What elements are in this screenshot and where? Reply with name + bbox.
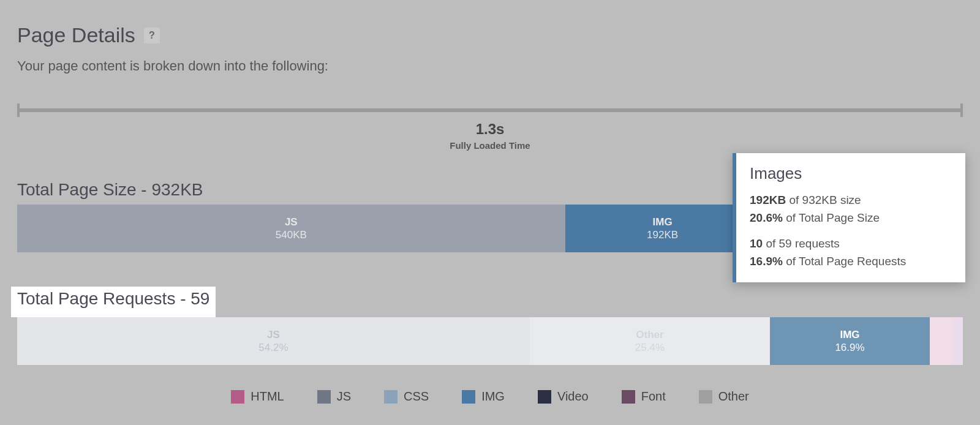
legend-swatch [622, 390, 635, 404]
load-time-label: Fully Loaded Time [17, 140, 963, 151]
legend-item-js[interactable]: JS [317, 389, 351, 404]
legend: HTMLJSCSSIMGVideoFontOther [17, 389, 963, 404]
legend-label: Font [641, 389, 666, 404]
load-time-value: 1.3s [17, 121, 963, 138]
legend-label: CSS [404, 389, 429, 404]
legend-label: Other [718, 389, 749, 404]
legend-swatch [462, 390, 475, 404]
bar-segment-js[interactable]: JS54.2% [17, 317, 530, 365]
page-requests-bar[interactable]: JS54.2%Other25.4%IMG16.9% [17, 317, 963, 365]
tooltip-size-pct-line: 20.6% of Total Page Size [750, 209, 952, 227]
tooltip-title: Images [750, 164, 952, 183]
page-subtitle: Your page content is broken down into th… [17, 58, 963, 74]
legend-swatch [538, 390, 551, 404]
tooltip-req-pct-line: 16.9% of Total Page Requests [750, 253, 952, 271]
bar-segment-other[interactable]: Other25.4% [530, 317, 770, 365]
tooltip-req-line: 10 of 59 requests [750, 235, 952, 253]
help-icon[interactable]: ? [144, 28, 160, 43]
legend-swatch [317, 390, 331, 404]
legend-label: IMG [481, 389, 505, 404]
legend-swatch [699, 390, 712, 404]
legend-item-img[interactable]: IMG [462, 389, 505, 404]
legend-item-font[interactable]: Font [622, 389, 666, 404]
bar-segment-css[interactable] [954, 317, 963, 365]
timeline-end-tick [960, 103, 963, 117]
legend-label: Video [557, 389, 589, 404]
bar-segment-html[interactable] [930, 317, 954, 365]
bar-segment-js[interactable]: JS540KB [17, 205, 565, 252]
total-page-requests-heading: Total Page Requests - 59 [17, 289, 209, 309]
bar-segment-img[interactable]: IMG192KB [565, 205, 760, 252]
bar-segment-img[interactable]: IMG16.9% [770, 317, 930, 365]
load-timeline [17, 103, 963, 116]
page-title: Page Details [17, 23, 135, 47]
timeline-bar [17, 108, 963, 112]
legend-item-css[interactable]: CSS [384, 389, 429, 404]
legend-item-html[interactable]: HTML [231, 389, 284, 404]
legend-swatch [384, 390, 398, 404]
legend-label: JS [337, 389, 351, 404]
tooltip-size-line: 192KB of 932KB size [750, 192, 952, 209]
total-page-size-heading: Total Page Size - 932KB [17, 180, 203, 200]
legend-label: HTML [251, 389, 284, 404]
tooltip-images: Images 192KB of 932KB size 20.6% of Tota… [733, 153, 965, 282]
legend-item-other[interactable]: Other [699, 389, 749, 404]
legend-swatch [231, 390, 244, 404]
legend-item-video[interactable]: Video [538, 389, 589, 404]
